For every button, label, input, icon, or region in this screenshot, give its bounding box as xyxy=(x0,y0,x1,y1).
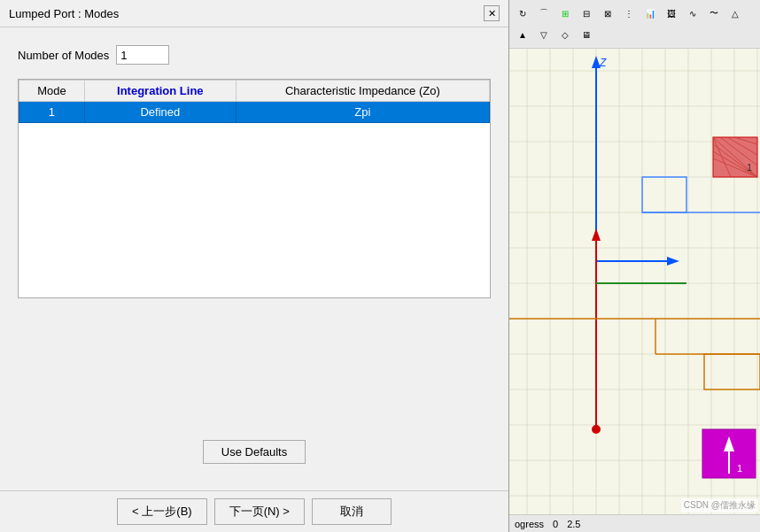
scale-end: 2.5 xyxy=(567,519,580,529)
dialog-titlebar: Lumped Port : Modes ✕ xyxy=(0,0,508,27)
use-defaults-area: Use Defaults xyxy=(18,298,491,482)
cancel-button[interactable]: 取消 xyxy=(312,498,392,525)
use-defaults-button[interactable]: Use Defaults xyxy=(203,440,306,464)
modes-count-row: Number of Modes xyxy=(18,45,491,65)
cell-characteristic-impedance: Zpi xyxy=(236,102,489,123)
next-button[interactable]: 下一页(N) > xyxy=(214,498,305,525)
screen-icon[interactable]: 🖥 xyxy=(577,25,596,44)
curve-icon[interactable]: ⌒ xyxy=(534,4,554,23)
svg-text:1: 1 xyxy=(737,463,742,474)
cad-svg: Z xyxy=(509,49,760,514)
modes-count-label: Number of Modes xyxy=(18,49,109,62)
svg-text:Z: Z xyxy=(599,57,607,69)
cad-viewport: Z xyxy=(509,49,760,514)
dialog-panel: Lumped Port : Modes ✕ Number of Modes Mo… xyxy=(0,0,509,532)
col-integration-line: Integration Line xyxy=(84,81,236,102)
back-button[interactable]: < 上一步(B) xyxy=(117,498,207,525)
table2-icon[interactable]: ⊠ xyxy=(598,4,617,23)
col-mode: Mode xyxy=(19,81,85,102)
cell-mode: 1 xyxy=(19,102,85,123)
image-icon[interactable]: 🖼 xyxy=(662,4,681,23)
shape-icon[interactable]: △ xyxy=(725,4,745,23)
table-row[interactable]: 1DefinedZpi xyxy=(19,102,490,123)
status-bar: ogress 0 2.5 xyxy=(509,514,760,532)
dialog-body: Number of Modes Mode Integration Line Ch… xyxy=(0,27,508,490)
modes-table-container: Mode Integration Line Characteristic Imp… xyxy=(18,79,491,298)
cell-integration-line: Defined xyxy=(84,102,236,123)
col-characteristic-impedance: Characteristic Impedance (Zo) xyxy=(236,81,489,102)
table-icon[interactable]: ⊟ xyxy=(577,4,596,23)
shape2-icon[interactable]: ▲ xyxy=(513,25,532,44)
dialog-title: Lumped Port : Modes xyxy=(9,7,119,20)
modes-table: Mode Integration Line Characteristic Imp… xyxy=(19,80,490,123)
shape3-icon[interactable]: ▽ xyxy=(534,25,554,44)
curve2-icon[interactable]: ∿ xyxy=(683,4,702,23)
toolbar-area: ↻ ⌒ ⊞ ⊟ ⊠ ⋮ 📊 🖼 ∿ 〜 △ ▲ ▽ ◇ 🖥 xyxy=(509,0,760,49)
progress-label: ogress xyxy=(515,519,544,529)
svg-point-32 xyxy=(592,425,601,434)
dialog-footer: < 上一步(B) 下一页(N) > 取消 xyxy=(0,490,508,532)
cad-panel: ↻ ⌒ ⊞ ⊟ ⊠ ⋮ 📊 🖼 ∿ 〜 △ ▲ ▽ ◇ 🖥 xyxy=(509,0,760,532)
shape4-icon[interactable]: ◇ xyxy=(555,25,575,44)
grid-dot-icon[interactable]: ⊞ xyxy=(555,4,575,23)
svg-text:1: 1 xyxy=(747,162,752,173)
wave-icon[interactable]: 〜 xyxy=(704,4,724,23)
chart-icon[interactable]: 📊 xyxy=(640,4,660,23)
table-header-row: Mode Integration Line Characteristic Imp… xyxy=(19,81,490,102)
rotate-icon[interactable]: ↻ xyxy=(513,4,532,23)
modes-count-input[interactable] xyxy=(116,45,169,65)
csdn-watermark: CSDN @儒推永缘 xyxy=(681,498,758,513)
table3-icon[interactable]: ⋮ xyxy=(619,4,639,23)
close-button[interactable]: ✕ xyxy=(484,5,500,21)
scale-start: 0 xyxy=(553,519,558,529)
